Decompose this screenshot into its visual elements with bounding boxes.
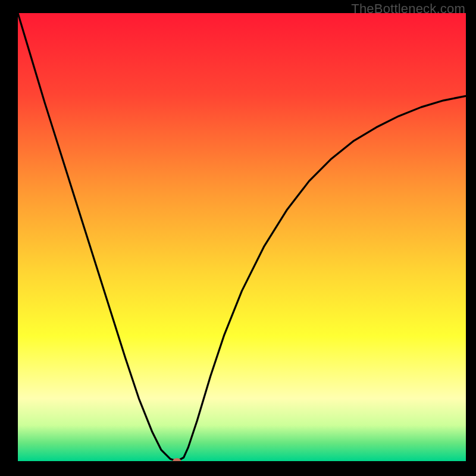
chart-svg: [18, 13, 466, 461]
plot-background: [18, 13, 466, 461]
watermark-text: TheBottleneck.com: [351, 1, 465, 17]
plot-area: [18, 13, 466, 461]
chart-container: TheBottleneck.com: [0, 0, 476, 476]
